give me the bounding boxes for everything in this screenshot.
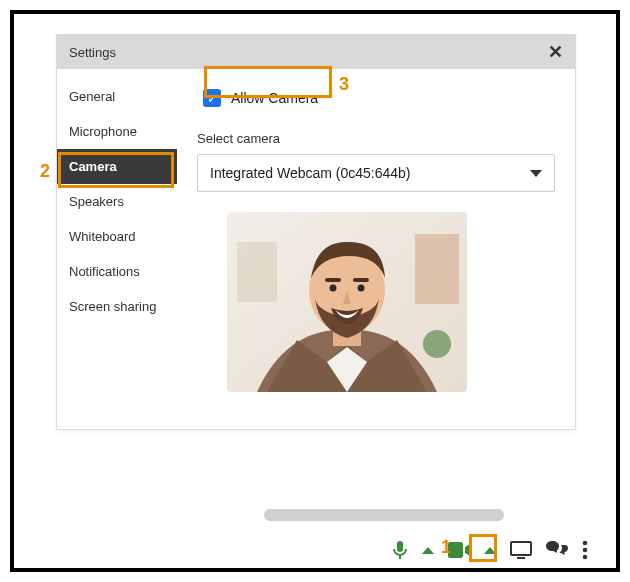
allow-camera-checkbox[interactable]: ✓ [203, 89, 221, 107]
chevron-down-icon [530, 170, 542, 177]
sidebar-item-general[interactable]: General [57, 79, 177, 114]
svg-rect-7 [353, 278, 369, 282]
select-camera-label: Select camera [197, 131, 555, 146]
sidebar-item-screen-sharing[interactable]: Screen sharing [57, 289, 177, 324]
camera-select-value: Integrated Webcam (0c45:644b) [210, 165, 411, 181]
annotation-3: 3 [339, 74, 349, 95]
settings-panel: Settings ✕ General Microphone Camera Spe… [56, 34, 576, 430]
svg-point-10 [583, 541, 588, 546]
bottom-toolbar [392, 540, 588, 560]
sidebar-item-microphone[interactable]: Microphone [57, 114, 177, 149]
svg-point-9 [358, 285, 365, 292]
panel-title: Settings [69, 45, 116, 60]
panel-body: General Microphone Camera Speakers White… [57, 69, 575, 429]
app-frame: Settings ✕ General Microphone Camera Spe… [10, 10, 620, 572]
chat-icon[interactable] [546, 541, 568, 559]
sidebar-item-notifications[interactable]: Notifications [57, 254, 177, 289]
camera-preview [227, 212, 467, 392]
allow-camera-row[interactable]: ✓ Allow Camera [197, 87, 324, 109]
svg-point-11 [583, 548, 588, 553]
sidebar-item-camera[interactable]: Camera [57, 149, 177, 184]
camera-settings-content: ✓ Allow Camera Select camera Integrated … [177, 69, 575, 429]
microphone-icon[interactable] [392, 540, 408, 560]
svg-rect-2 [415, 234, 459, 304]
annotation-1: 1 [441, 537, 451, 558]
annotation-2: 2 [40, 161, 50, 182]
screen-share-icon[interactable] [510, 541, 532, 559]
svg-point-12 [583, 555, 588, 560]
svg-rect-1 [237, 242, 277, 302]
scrollbar[interactable] [264, 509, 504, 521]
caret-up-icon[interactable] [422, 547, 434, 554]
camera-caret-up-icon[interactable] [484, 547, 496, 554]
svg-point-8 [330, 285, 337, 292]
svg-point-3 [423, 330, 451, 358]
close-icon[interactable]: ✕ [548, 43, 563, 61]
camera-select[interactable]: Integrated Webcam (0c45:644b) [197, 154, 555, 192]
allow-camera-label: Allow Camera [231, 90, 318, 106]
more-icon[interactable] [582, 540, 588, 560]
sidebar: General Microphone Camera Speakers White… [57, 69, 177, 429]
sidebar-item-whiteboard[interactable]: Whiteboard [57, 219, 177, 254]
camera-icon[interactable] [448, 542, 470, 558]
panel-header: Settings ✕ [57, 35, 575, 69]
svg-rect-6 [325, 278, 341, 282]
sidebar-item-speakers[interactable]: Speakers [57, 184, 177, 219]
